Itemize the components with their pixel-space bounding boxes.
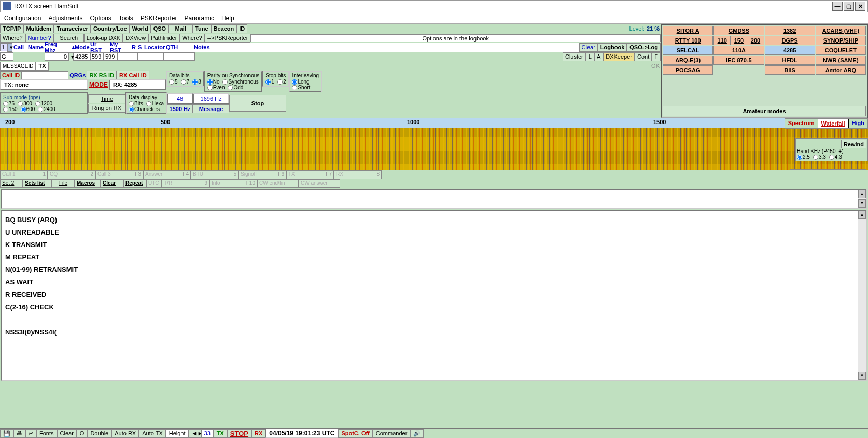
- macro-call3[interactable]: Call 3F3: [95, 170, 143, 179]
- macro-signoff[interactable]: SignoffF6: [239, 170, 286, 179]
- btn-double[interactable]: Double: [87, 429, 111, 438]
- btn-dxkeeper[interactable]: DXKeeper: [603, 52, 635, 61]
- band-33[interactable]: [813, 155, 818, 160]
- hdr-myrst[interactable]: My RST: [109, 41, 131, 53]
- mode-rtty100[interactable]: RTTY 100: [663, 36, 713, 45]
- btn-where[interactable]: Where?: [0, 34, 25, 43]
- btn-world[interactable]: World: [130, 24, 151, 33]
- hdr-freq[interactable]: Freq Mhz: [44, 41, 69, 53]
- mode-gmdss[interactable]: GMDSS: [713, 26, 764, 35]
- menu-tools[interactable]: Tools: [119, 15, 133, 22]
- mode-coquelet[interactable]: COQUELET: [816, 46, 866, 55]
- menu-adjustments[interactable]: Adjustments: [48, 15, 82, 22]
- btn-cont[interactable]: Cont: [635, 52, 652, 61]
- sub-1200[interactable]: [35, 101, 40, 106]
- menu-pskreporter[interactable]: PSKReporter: [141, 15, 177, 22]
- btn-beacon[interactable]: Beacon: [211, 24, 237, 33]
- mode-synop[interactable]: SYNOP/SHIP: [816, 36, 866, 45]
- blank2-input[interactable]: [138, 52, 164, 61]
- btn-logbook[interactable]: Logbook: [598, 43, 627, 52]
- btn-tune[interactable]: Tune: [192, 24, 211, 33]
- macro-btu[interactable]: BTUF5: [191, 170, 239, 179]
- btn-cwans[interactable]: CW answer: [299, 179, 340, 188]
- tx-text-area[interactable]: ▲▼: [1, 189, 867, 209]
- btn-commander[interactable]: Commander: [373, 429, 411, 438]
- btn-autorx[interactable]: Auto RX: [111, 429, 139, 438]
- hdr-qth[interactable]: QTH: [165, 44, 193, 50]
- mode-110-150-200[interactable]: 110150200: [713, 36, 764, 45]
- btn-pathfinder[interactable]: Pathfinder: [148, 34, 179, 43]
- btn-rxrsid[interactable]: RX RS ID: [87, 71, 117, 79]
- btn-message[interactable]: Message: [193, 104, 229, 113]
- btn-f[interactable]: F: [652, 52, 661, 61]
- hdr-s[interactable]: S: [137, 44, 143, 50]
- btn-time[interactable]: Time: [88, 94, 125, 103]
- sub-75[interactable]: [3, 101, 8, 106]
- disp-bits[interactable]: [129, 101, 134, 106]
- mode-pocsag[interactable]: POCSAG: [663, 65, 713, 75]
- band-25[interactable]: [797, 155, 802, 160]
- btn-stop-main[interactable]: Stop: [229, 95, 286, 112]
- btn-set2[interactable]: Set 2: [0, 179, 23, 188]
- mode-sitor[interactable]: SITOR A: [663, 26, 713, 35]
- btn-file[interactable]: File: [52, 179, 75, 188]
- btn-cluster[interactable]: Cluster: [563, 52, 586, 61]
- btn-where2[interactable]: Where?: [179, 34, 205, 43]
- btn-callid[interactable]: Call ID: [0, 71, 22, 79]
- btn-tx-status[interactable]: TX: [214, 429, 227, 438]
- rx-scrollbar[interactable]: ▲▼: [858, 211, 866, 380]
- btn-rxcallid[interactable]: RX Call ID: [117, 71, 149, 79]
- mode-selcal[interactable]: SELCAL: [663, 46, 713, 55]
- macro-rx[interactable]: RXF8: [334, 170, 382, 179]
- disp-hexa[interactable]: [146, 101, 151, 106]
- parity-no[interactable]: [207, 79, 213, 85]
- parity-sync[interactable]: [222, 79, 228, 85]
- parity-even[interactable]: [207, 85, 213, 90]
- btn-spotc[interactable]: SpotC. Off: [338, 429, 372, 438]
- mode-dgps[interactable]: DGPS: [765, 36, 815, 45]
- mode-iec870[interactable]: IEC 870-5: [713, 56, 764, 65]
- btn-pskreporter2[interactable]: -->PSKReporter: [205, 34, 251, 43]
- callid-input[interactable]: [22, 71, 68, 79]
- mode-1382[interactable]: 1382: [765, 26, 815, 35]
- macro-tx[interactable]: TXF7: [286, 170, 334, 179]
- hdr-r[interactable]: R: [131, 44, 137, 50]
- btn-rewind[interactable]: Rewind: [841, 140, 866, 148]
- btn-qso[interactable]: QSO: [151, 24, 169, 33]
- sub-2400[interactable]: [38, 107, 43, 112]
- v1-input[interactable]: [74, 52, 90, 61]
- btn-a[interactable]: A: [594, 52, 603, 61]
- tab-high[interactable]: High: [849, 119, 867, 128]
- btn-o[interactable]: O: [77, 429, 88, 438]
- mode-110a[interactable]: 110A: [713, 46, 764, 55]
- sub-300[interactable]: [18, 101, 23, 106]
- minimize-button[interactable]: —: [832, 2, 843, 11]
- val0-input[interactable]: [45, 52, 68, 61]
- height-slider[interactable]: ◄►: [189, 429, 201, 438]
- btn-macros[interactable]: Macros: [75, 179, 101, 188]
- mode-arqe3[interactable]: ARQ-E(3): [663, 56, 713, 65]
- btn-amateur-modes[interactable]: Amateur modes: [663, 106, 866, 116]
- blank1-input[interactable]: [117, 52, 138, 61]
- sub-150[interactable]: [3, 107, 8, 112]
- waterfall-display[interactable]: Rewind Band KHz (P450=+) 2.5 3.3 4.3 RX …: [0, 128, 868, 170]
- menu-help[interactable]: Help: [221, 15, 234, 22]
- btn-clear-status[interactable]: Clear: [57, 429, 77, 438]
- mode-hfdl[interactable]: HFDL: [765, 56, 815, 65]
- menu-configuration[interactable]: Configuration: [4, 15, 41, 22]
- macro-cq[interactable]: CQF2: [48, 170, 95, 179]
- hdr-mode[interactable]: Mode: [74, 44, 89, 50]
- disp-chars[interactable]: [129, 107, 134, 112]
- menu-panoramic[interactable]: Panoramic: [185, 15, 214, 22]
- btn-id[interactable]: ID: [236, 24, 247, 33]
- macro-call1[interactable]: Call 1F1: [0, 170, 48, 179]
- btn-clear-log[interactable]: Clear: [579, 43, 598, 52]
- hdr-call[interactable]: Call: [12, 44, 27, 50]
- stopbits-2[interactable]: [277, 79, 283, 85]
- blank3-input[interactable]: [164, 52, 195, 61]
- maximize-button[interactable]: ▢: [844, 2, 854, 11]
- band-43[interactable]: [829, 155, 834, 160]
- print-icon[interactable]: 🖶: [13, 429, 25, 438]
- mode-biis[interactable]: BIIS: [765, 65, 815, 75]
- scissors-icon[interactable]: ✂: [25, 429, 36, 438]
